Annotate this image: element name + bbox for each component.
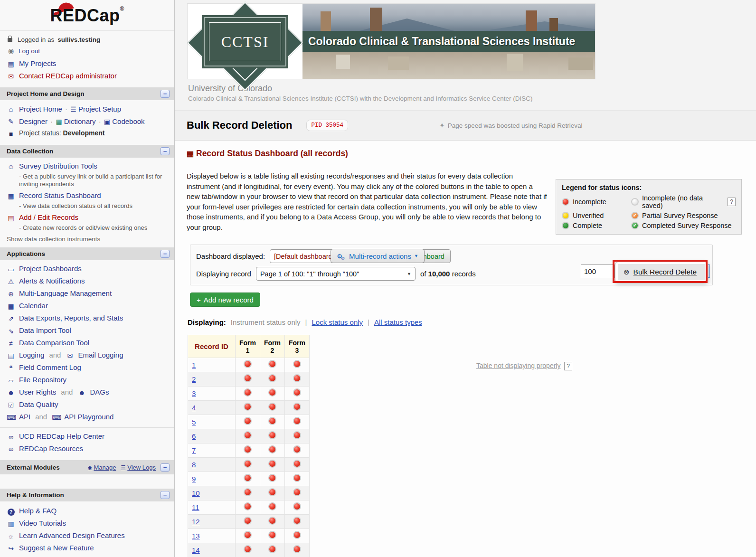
survey-distribution-link[interactable]: Survey Distribution Tools [19,162,97,170]
status-incomplete-icon[interactable] [244,417,252,425]
status-incomplete-icon[interactable] [244,502,252,510]
my-projects-link[interactable]: My Projects [19,59,56,67]
status-incomplete-icon[interactable] [268,531,276,539]
learn-advanced-design-link[interactable]: Learn Advanced Design Features [19,531,125,539]
data-quality-link[interactable]: Data Quality [19,400,58,408]
records-per-page-input[interactable] [581,264,615,278]
record-link[interactable]: 9 [192,475,196,483]
redcap-resources-link[interactable]: REDCap Resources [19,444,83,453]
user-rights-link[interactable]: User Rights [19,388,56,396]
calendar-link[interactable]: Calendar [19,302,48,310]
status-incomplete-icon[interactable] [244,474,252,482]
record-link[interactable]: 7 [192,446,196,454]
status-incomplete-icon[interactable] [293,360,301,368]
email-logging-link[interactable]: Email Logging [78,351,123,359]
api-link[interactable]: API [19,413,30,421]
designer-link[interactable]: Designer [19,117,47,125]
status-incomplete-icon[interactable] [244,403,252,411]
record-page-select[interactable]: Page 1 of 100: "1" through "100" ▼ [256,267,416,281]
record-link[interactable]: 14 [192,546,200,554]
collapse-button[interactable]: − [161,147,170,155]
status-incomplete-icon[interactable] [244,360,252,368]
collapse-button[interactable]: − [161,90,170,98]
status-incomplete-icon[interactable] [268,460,276,468]
record-link[interactable]: 4 [192,404,196,412]
record-link[interactable]: 5 [192,418,196,426]
status-incomplete-icon[interactable] [244,488,252,496]
record-link[interactable]: 6 [192,432,196,440]
record-link[interactable]: 8 [192,461,196,469]
data-exports-reports-and-stats-link[interactable]: Data Exports, Reports, and Stats [19,314,123,322]
multi-language-management-link[interactable]: Multi-Language Management [19,289,112,297]
status-incomplete-icon[interactable] [244,531,252,539]
logging-link[interactable]: Logging [19,351,44,359]
project-dashboards-link[interactable]: Project Dashboards [19,264,82,273]
data-import-tool-link[interactable]: Data Import Tool [19,326,71,334]
status-incomplete-icon[interactable] [268,403,276,411]
status-incomplete-icon[interactable] [268,517,276,525]
record-link[interactable]: 1 [192,361,196,369]
record-link[interactable]: 10 [192,489,200,497]
add-new-record-button[interactable]: + Add new record [190,293,260,307]
record-link[interactable]: 3 [192,389,196,397]
file-repository-link[interactable]: File Repository [19,376,66,384]
record-link[interactable]: 2 [192,375,196,383]
manage-modules-link[interactable]: ◆Manage [88,463,116,472]
contact-admin-link[interactable]: Contact REDCap administrator [19,72,117,80]
status-incomplete-icon[interactable] [293,431,301,439]
status-incomplete-icon[interactable] [293,502,301,510]
status-incomplete-icon[interactable] [268,445,276,453]
status-incomplete-icon[interactable] [244,431,252,439]
record-link[interactable]: 12 [192,518,200,526]
status-incomplete-icon[interactable] [268,474,276,482]
status-incomplete-icon[interactable] [268,431,276,439]
status-incomplete-icon[interactable] [244,460,252,468]
multi-record-actions-button[interactable]: ⚙⚙ Multi-record actions ▼ [331,249,425,263]
status-incomplete-icon[interactable] [268,360,276,368]
status-incomplete-icon[interactable] [293,460,301,468]
status-incomplete-icon[interactable] [244,445,252,453]
status-incomplete-icon[interactable] [293,374,301,382]
record-link[interactable]: 11 [192,503,199,511]
collapse-button[interactable]: − [161,250,170,258]
dictionary-link[interactable]: Dictionary [64,117,96,125]
help-question-button[interactable]: ? [564,362,572,370]
collapse-button[interactable]: − [161,491,170,499]
api-playground-link[interactable]: API Playground [64,413,113,421]
status-incomplete-icon[interactable] [268,388,276,397]
bulk-record-delete-menuitem[interactable]: ⊗ Bulk Record Delete [618,264,705,280]
collapse-button[interactable]: − [161,463,170,472]
project-home-link[interactable]: Project Home [19,105,62,113]
suggest-feature-link[interactable]: Suggest a New Feature [19,544,94,552]
status-incomplete-icon[interactable] [268,488,276,496]
logout-link[interactable]: Log out [19,47,40,55]
record-status-dashboard-link[interactable]: Record Status Dashboard [19,191,101,199]
dags-link[interactable]: DAGs [90,388,109,396]
status-incomplete-icon[interactable] [293,474,301,482]
data-comparison-tool-link[interactable]: Data Comparison Tool [19,339,89,347]
alerts-notifications-link[interactable]: Alerts & Notifications [19,277,85,285]
status-incomplete-icon[interactable] [244,517,252,525]
status-incomplete-icon[interactable] [293,517,301,525]
record-link[interactable]: 13 [192,532,200,540]
add-edit-records-link[interactable]: Add / Edit Records [19,213,78,221]
status-incomplete-icon[interactable] [293,417,301,425]
show-instruments-link[interactable]: Show data collection instruments [7,236,100,243]
status-incomplete-icon[interactable] [293,545,301,553]
project-setup-link[interactable]: Project Setup [78,105,121,113]
filter-lock-status-link[interactable]: Lock status only [312,318,363,326]
view-logs-link[interactable]: ☰View Logs [121,463,156,472]
filter-all-status-link[interactable]: All status types [374,318,422,326]
status-incomplete-icon[interactable] [268,502,276,510]
status-incomplete-icon[interactable] [268,417,276,425]
status-incomplete-icon[interactable] [293,531,301,539]
status-incomplete-icon[interactable] [293,445,301,453]
field-comment-log-link[interactable]: Field Comment Log [19,363,81,371]
table-help-link[interactable]: Table not displaying properly [476,362,560,369]
video-tutorials-link[interactable]: Video Tutorials [19,519,66,527]
status-incomplete-icon[interactable] [268,545,276,553]
help-question-button[interactable]: ? [728,198,736,206]
status-incomplete-icon[interactable] [244,545,252,553]
status-incomplete-icon[interactable] [268,374,276,382]
codebook-link[interactable]: Codebook [112,117,144,125]
